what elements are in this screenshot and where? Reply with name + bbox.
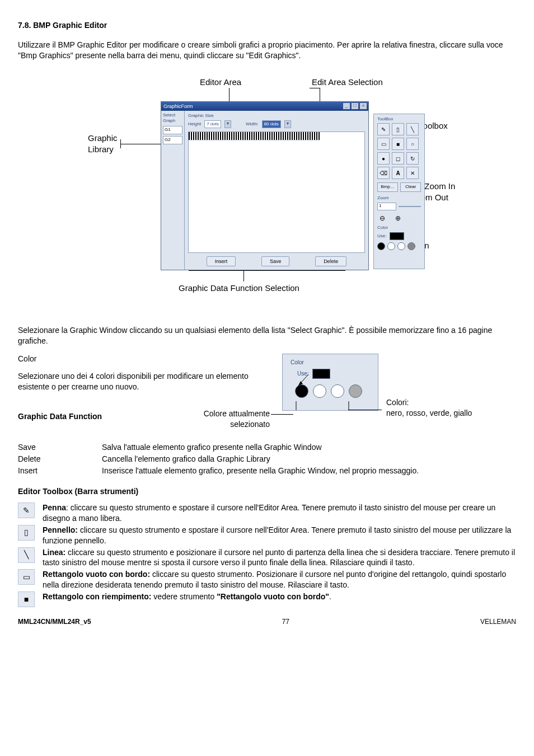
tool-rect-filled-icon[interactable]: ■ bbox=[392, 138, 404, 150]
brush-icon: ▯ bbox=[18, 525, 35, 541]
color-dot[interactable] bbox=[407, 242, 415, 250]
color-dot-black[interactable] bbox=[295, 384, 308, 398]
pen-icon: ✎ bbox=[18, 503, 35, 518]
zoom-out-icon[interactable]: ⊖ bbox=[380, 214, 385, 223]
callout-line bbox=[271, 414, 293, 415]
section-heading: 7.8. BMP Graphic Editor bbox=[18, 20, 516, 31]
data-fn-val: Salva l'attuale elemento grafico present… bbox=[102, 442, 322, 453]
tool-clear-point-icon[interactable]: ✕ bbox=[406, 167, 419, 179]
delete-button[interactable]: Delete bbox=[315, 256, 346, 266]
callout-editor-area: Editor Area bbox=[200, 77, 241, 88]
zoom-field[interactable]: 1 bbox=[377, 203, 396, 210]
callout-line bbox=[189, 270, 345, 271]
color-panel-use-label: Use: bbox=[297, 370, 309, 378]
save-button[interactable]: Save bbox=[261, 256, 290, 266]
window-titlebar: GraphicForm _ □ × bbox=[161, 102, 368, 111]
tool-row: ■Rettangolo con riempimento: vedere stru… bbox=[18, 591, 516, 607]
graphic-size-row: Graphic Size bbox=[188, 113, 365, 119]
rect-outline-icon: ▭ bbox=[18, 569, 35, 585]
footer-center: 77 bbox=[282, 617, 289, 626]
graphic-editor-window: GraphicForm _ □ × Select Graph G1 G2 Gra… bbox=[161, 101, 369, 270]
color-dot[interactable] bbox=[387, 242, 395, 250]
window-close-icon[interactable]: × bbox=[359, 102, 367, 110]
data-fn-val: Cancella l'elemento grafico dalla Graphi… bbox=[102, 454, 270, 464]
width-field[interactable]: 80 dots bbox=[262, 120, 281, 128]
data-fn-val: Inserisce l'attuale elemento grafico, pr… bbox=[102, 466, 419, 476]
data-fn-key: Insert bbox=[18, 466, 102, 476]
color-label: Color bbox=[377, 225, 421, 231]
insert-button[interactable]: Insert bbox=[207, 256, 236, 266]
data-fn-row: Insert Inserisce l'attuale elemento graf… bbox=[18, 466, 516, 476]
graphic-library-item[interactable]: G1 bbox=[163, 126, 182, 134]
tool-line-icon[interactable]: ╲ bbox=[406, 123, 419, 135]
intro-paragraph: Utilizzare il BMP Graphic Editor per mod… bbox=[18, 40, 516, 61]
page-footer: MML24CN/MML24R_v5 77 VELLEMAN bbox=[18, 617, 516, 626]
editor-area-canvas[interactable] bbox=[188, 132, 365, 252]
tool-circle-outline-icon[interactable]: ○ bbox=[406, 138, 419, 150]
bmp-button[interactable]: Bmp… bbox=[377, 182, 398, 192]
graphic-library-panel: Select Graph G1 G2 bbox=[161, 111, 185, 270]
callout-line bbox=[229, 88, 229, 101]
tool-row: ✎Penna: cliccare su questo strumento e s… bbox=[18, 503, 516, 524]
label-colors-body: nero, rosso, verde, giallo bbox=[386, 408, 472, 417]
window-title: GraphicForm bbox=[163, 102, 193, 111]
current-color-swatch-large bbox=[312, 369, 330, 379]
height-field[interactable]: 7 dots bbox=[204, 120, 221, 128]
tool-description: Penna: cliccare su questo strumento e sp… bbox=[43, 503, 516, 524]
tool-rotate-icon[interactable]: ↻ bbox=[406, 152, 419, 165]
line-icon: ╲ bbox=[18, 547, 35, 563]
tool-rect-outline-icon[interactable]: ▭ bbox=[377, 138, 390, 150]
toolbox-title: ToolBox bbox=[377, 116, 421, 123]
color-panel-header: Color bbox=[291, 359, 372, 367]
tool-pen-icon[interactable]: ✎ bbox=[377, 123, 390, 135]
tool-row: ▭Rettangolo vuoto con bordo: cliccare su… bbox=[18, 569, 516, 590]
height-label: Height bbox=[188, 121, 201, 128]
window-maximize-icon[interactable]: □ bbox=[351, 102, 359, 110]
data-fn-key: Delete bbox=[18, 454, 102, 464]
footer-left: MML24CN/MML24R_v5 bbox=[18, 617, 91, 626]
callout-graphic-library: Graphic Library bbox=[88, 133, 118, 156]
color-dot-red[interactable] bbox=[313, 384, 326, 398]
data-fn-row: Save Salva l'attuale elemento grafico pr… bbox=[18, 442, 516, 453]
callout-line bbox=[243, 270, 244, 281]
rect-filled-icon: ■ bbox=[18, 591, 35, 607]
clear-button[interactable]: Clear bbox=[400, 182, 421, 192]
after-diagram-paragraph: Selezionare la Graphic Window cliccando … bbox=[18, 325, 516, 346]
tool-description: Rettangolo con riempimento: vedere strum… bbox=[43, 591, 516, 602]
tool-text-icon[interactable]: A bbox=[392, 167, 404, 179]
color-dot[interactable] bbox=[397, 242, 405, 250]
tool-row: ▯Pennello: cliccare su questo strumento … bbox=[18, 525, 516, 546]
height-dropdown-icon[interactable]: ▾ bbox=[224, 120, 231, 128]
tool-erase-icon[interactable]: ⌫ bbox=[377, 167, 390, 179]
graphic-size-label: Graphic Size bbox=[188, 113, 214, 119]
editor-toolbox-panel: ToolBox ✎ ▯ ╲ ▭ ■ ○ ● ◻ ↻ ⌫ A ✕ Bmp… Cle… bbox=[373, 114, 425, 269]
current-color-swatch bbox=[390, 232, 404, 240]
callout-line bbox=[310, 88, 320, 88]
use-label: Use: bbox=[377, 233, 386, 238]
window-minimize-icon[interactable]: _ bbox=[343, 102, 350, 110]
tool-row: ╲Linea: cliccare su questo strumento e p… bbox=[18, 547, 516, 569]
data-fn-key: Save bbox=[18, 442, 102, 453]
graphic-library-item[interactable]: G2 bbox=[163, 136, 182, 144]
color-panel-figure: Color Use: bbox=[282, 354, 378, 411]
tool-description: Linea: cliccare su questo strumento e po… bbox=[43, 547, 516, 569]
label-colors-head: Colori: bbox=[386, 398, 409, 407]
color-body: Selezionare uno dei 4 colori disponibili… bbox=[18, 371, 253, 392]
editor-area-strip bbox=[189, 132, 320, 140]
callout-line bbox=[120, 139, 121, 148]
width-label: Width: bbox=[246, 121, 259, 128]
zoom-slider[interactable] bbox=[399, 206, 421, 207]
tool-brush-icon[interactable]: ▯ bbox=[392, 123, 404, 135]
color-dot-green[interactable] bbox=[331, 384, 344, 398]
color-dot-black[interactable] bbox=[377, 242, 385, 250]
zoom-in-icon[interactable]: ⊕ bbox=[395, 214, 401, 223]
color-dot-yellow[interactable] bbox=[349, 384, 362, 398]
label-current-color: Colore attualmente selezionato bbox=[186, 408, 270, 430]
zoom-label: Zoom bbox=[377, 195, 421, 201]
graphic-library-title: Select Graph bbox=[163, 112, 182, 125]
tool-description: Pennello: cliccare su questo strumento e… bbox=[43, 525, 516, 546]
footer-right: VELLEMAN bbox=[480, 617, 516, 626]
width-dropdown-icon[interactable]: ▾ bbox=[284, 120, 291, 128]
tool-select-icon[interactable]: ◻ bbox=[392, 152, 404, 165]
tool-circle-filled-icon[interactable]: ● bbox=[377, 152, 390, 165]
